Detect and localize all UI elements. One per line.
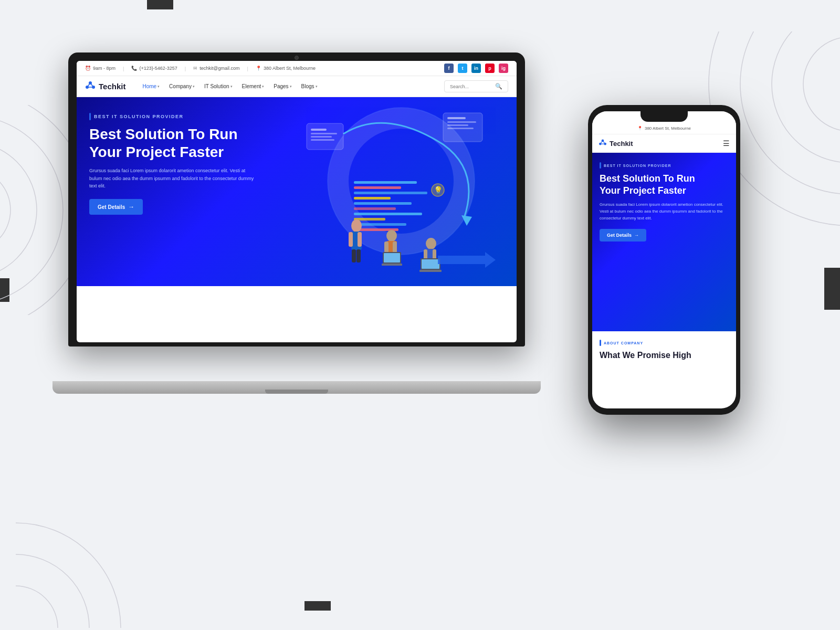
topbar-phone: 📞 (+123)-5462-3257 — [131, 66, 177, 71]
nav-home[interactable]: Home ▾ — [138, 81, 164, 91]
facebook-icon[interactable]: f — [444, 64, 454, 73]
laptop-camera — [295, 56, 299, 60]
svg-rect-36 — [447, 117, 466, 119]
svg-rect-46 — [352, 249, 356, 262]
search-button[interactable]: 🔍 — [495, 83, 502, 90]
logo[interactable]: Techkit — [85, 80, 125, 92]
svg-rect-31 — [311, 129, 327, 131]
phone-arrow-icon: → — [634, 233, 639, 238]
phone-body: 📍 380 Albert St, Melbourne — [588, 105, 740, 415]
topbar-address: 📍 380 Albert St, Melbourne — [256, 66, 316, 71]
phone-hero-desc: Grursus suada faci Lorem ipsum dolarorit… — [600, 202, 729, 222]
svg-point-42 — [351, 219, 362, 232]
svg-point-8 — [16, 586, 58, 628]
location-icon: 📍 — [256, 66, 261, 71]
svg-rect-24 — [354, 202, 412, 205]
topbar-hours: ⏰ 9am - 8pm — [85, 66, 116, 71]
instagram-icon[interactable]: ig — [499, 64, 508, 73]
pinterest-icon[interactable]: p — [485, 64, 495, 73]
address-text: 380 Albert St, Melbourne — [264, 66, 316, 71]
dec-rect-bottom — [304, 601, 331, 611]
linkedin-icon[interactable]: in — [471, 64, 481, 73]
logo-icon — [85, 80, 96, 92]
hamburger-icon[interactable]: ☰ — [723, 139, 730, 148]
phone-screen-inner: 📍 380 Albert St, Melbourne — [592, 111, 736, 408]
chevron-down-icon: ▾ — [193, 85, 195, 89]
nav-pages[interactable]: Pages ▾ — [269, 81, 296, 91]
phone-about-title: What We Promise High — [600, 350, 729, 361]
svg-rect-22 — [354, 192, 427, 194]
phone-logo[interactable]: Techkit — [598, 139, 633, 148]
svg-marker-64 — [438, 252, 496, 268]
svg-rect-25 — [354, 207, 396, 210]
phone-address: 📍 380 Albert St, Melbourne — [637, 126, 691, 131]
phone-logo-text: Techkit — [610, 140, 633, 148]
svg-line-15 — [90, 83, 93, 87]
nav-element[interactable]: Element ▾ — [238, 81, 269, 91]
svg-rect-39 — [447, 128, 474, 129]
svg-rect-62 — [422, 259, 439, 269]
laptop-navbar: Techkit Home ▾ Company ▾ IT Solution ▾ — [77, 76, 517, 97]
phone-about-badge-bar — [600, 340, 601, 346]
twitter-icon[interactable]: t — [458, 64, 467, 73]
phone-icon: 📞 — [131, 66, 137, 71]
svg-point-0 — [0, 168, 10, 252]
nav-blogs[interactable]: Blogs ▾ — [297, 81, 322, 91]
hero-badge-bar — [89, 113, 91, 120]
phone-hero-title: Best Solution To Run Your Project Faster — [600, 173, 729, 196]
search-input[interactable] — [450, 84, 492, 89]
svg-point-10 — [16, 523, 121, 628]
svg-rect-47 — [356, 249, 361, 262]
phone-notch — [640, 111, 688, 122]
phone-about-section: ABOUT COMPANY What We Promise High — [592, 331, 736, 370]
phone-hero-cta-button[interactable]: Get Details → — [600, 229, 646, 242]
laptop-topbar: ⏰ 9am - 8pm | 📞 (+123)-5462-3257 | ✉ tec… — [77, 61, 517, 76]
svg-rect-20 — [354, 181, 417, 184]
phone-screen: 📍 380 Albert St, Melbourne — [592, 111, 736, 408]
hero-title: Best Solution To Run Your Project Faster — [89, 125, 247, 161]
laptop-body: ⏰ 9am - 8pm | 📞 (+123)-5462-3257 | ✉ tec… — [68, 52, 525, 346]
svg-point-5 — [772, 32, 840, 163]
svg-rect-34 — [311, 139, 334, 141]
divider-1: | — [123, 66, 124, 71]
svg-rect-33 — [311, 136, 332, 138]
phone-hero-badge-text: BEST IT SOLUTION PROVIDER — [604, 164, 671, 167]
svg-rect-45 — [358, 232, 362, 247]
svg-rect-50 — [384, 242, 388, 253]
location-icon: 📍 — [637, 126, 643, 131]
email-icon: ✉ — [193, 66, 197, 71]
svg-rect-54 — [384, 253, 400, 262]
nav-it-solution[interactable]: IT Solution ▾ — [200, 81, 237, 91]
svg-point-48 — [386, 230, 397, 242]
hours-text: 9am - 8pm — [93, 66, 116, 71]
dec-rect-top — [147, 0, 173, 9]
email-text: techkit@gmail.com — [200, 66, 239, 71]
nav-company[interactable]: Company ▾ — [165, 81, 199, 91]
hero-cta-button[interactable]: Get Details → — [89, 199, 143, 215]
svg-rect-23 — [354, 197, 391, 200]
chevron-down-icon: ▾ — [158, 85, 160, 89]
chevron-down-icon: ▾ — [262, 85, 264, 89]
laptop-base — [52, 381, 541, 394]
hero-badge-text: BEST IT SOLUTION PROVIDER — [94, 114, 184, 119]
hero-illustration: 💡 — [280, 102, 506, 283]
svg-rect-28 — [354, 223, 406, 226]
divider-3: | — [247, 66, 248, 71]
phone-logo-icon — [598, 139, 607, 148]
svg-rect-37 — [447, 121, 476, 123]
divider-2: | — [185, 66, 186, 71]
topbar-left: ⏰ 9am - 8pm | 📞 (+123)-5462-3257 | ✉ tec… — [85, 66, 316, 71]
phone-about-badge-text: ABOUT COMPANY — [604, 341, 643, 345]
svg-rect-63 — [419, 270, 442, 272]
svg-rect-32 — [311, 133, 337, 134]
phone-about-badge: ABOUT COMPANY — [600, 340, 729, 346]
svg-point-1 — [0, 142, 37, 278]
svg-rect-44 — [349, 232, 353, 247]
svg-point-6 — [740, 32, 840, 194]
svg-point-9 — [16, 554, 89, 628]
chevron-down-icon: ▾ — [290, 85, 292, 89]
svg-point-2 — [0, 116, 63, 304]
laptop-screen: ⏰ 9am - 8pm | 📞 (+123)-5462-3257 | ✉ tec… — [77, 61, 517, 342]
svg-point-4 — [803, 37, 840, 131]
svg-rect-26 — [354, 213, 422, 215]
